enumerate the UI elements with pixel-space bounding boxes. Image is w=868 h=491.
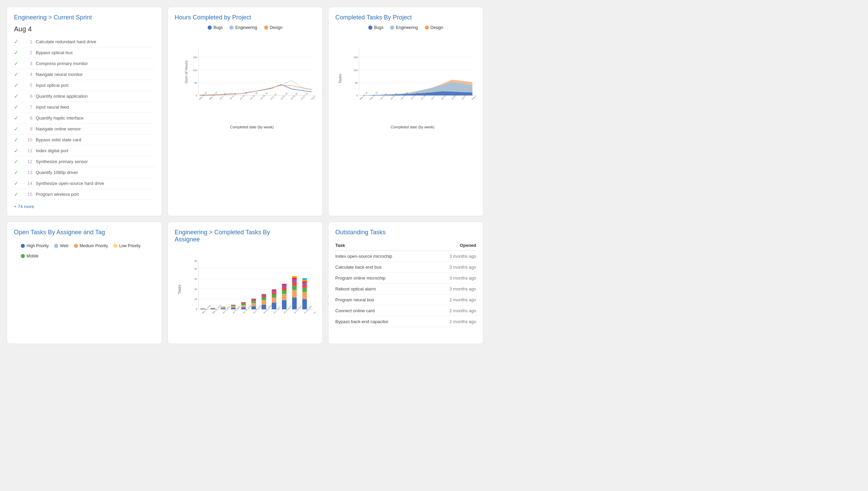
more-tasks[interactable]: + 74 more bbox=[14, 204, 155, 209]
completed-assignee-card: Engineering > Completed Tasks ByAssignee… bbox=[167, 222, 323, 344]
svg-text:150: 150 bbox=[354, 56, 358, 59]
bugs-label: Bugs bbox=[213, 25, 223, 30]
task-number: 3 bbox=[24, 61, 32, 66]
task-list: ✓ 1 Calculate redundant hard drive ✓ 2 B… bbox=[14, 36, 155, 200]
table-row: Program neural bus 2 months ago bbox=[335, 295, 476, 305]
task-check-icon: ✓ bbox=[14, 137, 21, 143]
svg-rect-69 bbox=[241, 305, 246, 307]
svg-text:Jul 27, '19: Jul 27, '19 bbox=[300, 92, 308, 100]
svg-rect-105 bbox=[302, 285, 307, 288]
ot-mobile-label: Mobile bbox=[27, 254, 38, 258]
svg-rect-91 bbox=[282, 290, 286, 294]
table-row: Bypass back-end capacitor 2 months ago bbox=[335, 316, 476, 327]
ct-x-axis-label: Completed date (by week) bbox=[349, 125, 476, 129]
hours-x-axis-label: Completed date (by week) bbox=[188, 125, 316, 129]
completed-tasks-chart-card: Completed Tasks By Project Bugs Engineer… bbox=[328, 7, 483, 216]
engineering-dot bbox=[229, 26, 234, 30]
task-name: Compress primary monitor bbox=[36, 61, 88, 66]
completed-tasks-legend: Bugs Engineering Design bbox=[335, 25, 476, 30]
completed-tasks-title: Completed Tasks By Project bbox=[335, 14, 476, 21]
svg-text:50: 50 bbox=[194, 81, 197, 84]
task-name-cell: Calculate back-end bus bbox=[335, 262, 431, 273]
ot-legend-mobile: Mobile bbox=[21, 254, 38, 258]
svg-rect-106 bbox=[302, 283, 307, 285]
task-number: 10 bbox=[24, 137, 32, 142]
sprint-card: Engineering > Current Sprint Aug 4 ✓ 1 C… bbox=[7, 7, 162, 216]
svg-rect-68 bbox=[241, 307, 246, 309]
col-task-header: Task bbox=[335, 240, 431, 251]
svg-text:40: 40 bbox=[194, 267, 197, 270]
svg-rect-93 bbox=[282, 285, 286, 287]
task-item: ✓ 9 Navigate online sensor bbox=[14, 124, 155, 134]
svg-rect-73 bbox=[252, 306, 256, 309]
svg-rect-76 bbox=[252, 300, 256, 301]
task-item: ✓ 11 Index digital port bbox=[14, 145, 155, 156]
task-opened-cell: 3 months ago bbox=[431, 284, 476, 295]
svg-rect-99 bbox=[292, 280, 296, 282]
task-opened-cell: 2 months ago bbox=[431, 316, 476, 327]
svg-text:0: 0 bbox=[196, 94, 197, 97]
ot-legend-low: Low Priority bbox=[113, 243, 141, 248]
task-check-icon: ✓ bbox=[14, 71, 21, 78]
task-check-icon: ✓ bbox=[14, 49, 21, 56]
svg-text:Jun 29, '19: Jun 29, '19 bbox=[260, 92, 268, 100]
task-number: 2 bbox=[24, 50, 32, 55]
hours-y-axis-label: Sum of Hours bbox=[184, 60, 188, 83]
ct-legend-bugs: Bugs bbox=[368, 25, 383, 30]
table-row: Reboot optical alarm 3 months ago bbox=[335, 284, 476, 295]
svg-rect-96 bbox=[292, 290, 296, 298]
task-number: 1 bbox=[24, 39, 32, 44]
svg-rect-62 bbox=[221, 307, 225, 308]
svg-rect-65 bbox=[231, 306, 236, 307]
svg-text:May 18, '19: May 18, '19 bbox=[198, 91, 207, 100]
task-name: Input neural feed bbox=[36, 105, 69, 110]
svg-rect-77 bbox=[252, 299, 256, 300]
svg-text:May 25, '19: May 25, '19 bbox=[209, 91, 218, 100]
hours-chart-title: Hours Completed by Project bbox=[175, 14, 316, 21]
task-opened-cell: 3 months ago bbox=[431, 262, 476, 273]
task-item: ✓ 7 Input neural feed bbox=[14, 102, 155, 113]
svg-rect-60 bbox=[211, 308, 215, 308]
outstanding-tasks-title: Outstanding Tasks bbox=[335, 229, 476, 236]
task-check-icon: ✓ bbox=[14, 115, 21, 121]
task-number: 5 bbox=[24, 83, 32, 88]
svg-text:Jun 15, '19: Jun 15, '19 bbox=[400, 92, 408, 100]
open-tasks-card: Open Tasks By Assignee and Tag High Prio… bbox=[7, 222, 162, 344]
sprint-title: Engineering > Current Sprint bbox=[14, 14, 155, 21]
task-name: Quantify online application bbox=[36, 94, 88, 99]
bugs-dot bbox=[208, 26, 212, 30]
task-number: 12 bbox=[24, 159, 32, 164]
svg-text:Jun 1, '19: Jun 1, '19 bbox=[380, 93, 387, 100]
svg-rect-78 bbox=[261, 305, 266, 309]
task-item: ✓ 13 Quantify 1080p driver bbox=[14, 167, 155, 178]
open-tasks-title: Open Tasks By Assignee and Tag bbox=[14, 229, 155, 236]
task-check-icon: ✓ bbox=[14, 38, 21, 45]
ot-high-dot bbox=[21, 244, 25, 248]
svg-text:100: 100 bbox=[354, 69, 358, 72]
svg-text:30: 30 bbox=[194, 278, 197, 281]
task-number: 13 bbox=[24, 170, 32, 175]
task-name: Bypass optical bus bbox=[36, 50, 73, 55]
task-name: Quantify 1080p driver bbox=[36, 170, 78, 175]
svg-text:May 25, '19: May 25, '19 bbox=[369, 91, 378, 100]
task-number: 9 bbox=[24, 126, 32, 131]
ot-medium-label: Medium Priority bbox=[80, 243, 108, 248]
svg-rect-107 bbox=[302, 281, 307, 283]
svg-rect-87 bbox=[272, 290, 276, 292]
col-opened-header: Opened bbox=[431, 240, 476, 251]
svg-rect-104 bbox=[302, 288, 307, 292]
ot-legend-web: Web bbox=[54, 243, 68, 248]
ct-bugs-label: Bugs bbox=[374, 25, 383, 30]
svg-rect-75 bbox=[252, 301, 256, 303]
task-name: Synthesize open-source hard drive bbox=[36, 181, 104, 186]
task-name: Calculate redundant hard drive bbox=[36, 39, 96, 44]
task-number: 14 bbox=[24, 181, 32, 186]
task-item: ✓ 10 Bypass solid state card bbox=[14, 134, 155, 145]
task-item: ✓ 5 Input optical port bbox=[14, 80, 155, 91]
task-name-cell: Connect online card bbox=[335, 305, 431, 316]
ot-low-dot bbox=[113, 244, 117, 248]
svg-rect-95 bbox=[292, 298, 296, 309]
task-item: ✓ 12 Synthesize primary sensor bbox=[14, 156, 155, 167]
svg-rect-74 bbox=[252, 303, 256, 306]
task-item: ✓ 3 Compress primary monitor bbox=[14, 58, 155, 69]
